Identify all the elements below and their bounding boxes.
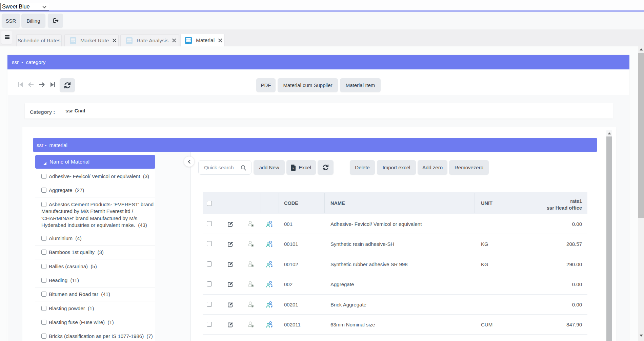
svg-text:x: x xyxy=(292,166,294,170)
